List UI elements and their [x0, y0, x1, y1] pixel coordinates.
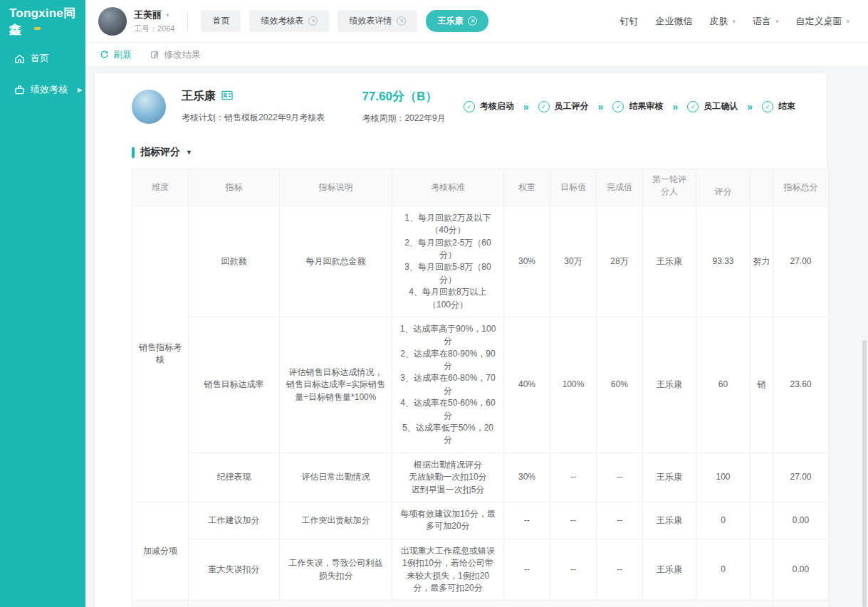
section-title-text: 指标评分: [140, 146, 180, 159]
table-row[interactable]: 纪律表现 评估日常出勤情况 根据出勤情况评分 无故缺勤一次扣10分 迟到早退一次…: [132, 453, 829, 502]
chevron-double-icon: »: [747, 101, 753, 112]
brand-logo[interactable]: Tongxine同鑫: [0, 0, 85, 43]
employee-summary: 王乐康 考核计划：销售模板2022年9月考核表 77.60分（B） 考核周期：2…: [132, 88, 824, 125]
tab-label: 王乐康: [437, 15, 463, 27]
id-card-icon[interactable]: [221, 90, 233, 103]
edit-icon: [150, 50, 160, 59]
grand-total-value: 77.60: [773, 601, 829, 607]
cell-description: 评估日常出勤情况: [280, 453, 392, 502]
tab-form-details[interactable]: 绩效表详情 ✕: [338, 10, 417, 32]
content-area: 王乐康 考核计划：销售模板2022年9月考核表 77.60分（B） 考核周期：2…: [85, 67, 868, 607]
tab-label: 首页: [212, 15, 229, 27]
link-label: 企业微信: [655, 15, 692, 28]
link-skin[interactable]: 皮肤▾: [709, 15, 736, 28]
link-label: 自定义桌面: [795, 15, 842, 28]
section-indicator-scoring[interactable]: 指标评分 ▼: [132, 146, 824, 159]
cell-description: 评估销售目标达成情况，销售目标达成率=实际销售量÷目标销售量*100%: [280, 317, 392, 453]
modify-result-label: 修改结果: [164, 48, 201, 61]
col-completion: 完成值: [597, 169, 643, 206]
refresh-label: 刷新: [113, 48, 132, 61]
modify-result-button[interactable]: 修改结果: [150, 48, 201, 61]
user-avatar[interactable]: [98, 7, 127, 36]
chevron-double-icon: »: [672, 101, 678, 112]
table-total-row: 总分 77.60: [132, 601, 829, 607]
step-employee-confirm: ✓ 员工确认: [687, 100, 738, 112]
workflow-steps: ✓ 考核启动 » ✓ 员工评分 » ✓ 结果审核 »: [464, 100, 795, 112]
table-row[interactable]: 加减分项 工作建议加分 工作突出贡献加分 每项有效建议加10分，最多可加20分 …: [132, 502, 829, 539]
sidebar-item-home[interactable]: 首页: [0, 43, 85, 74]
cell-total: 27.00: [773, 453, 829, 502]
cell-total: 23.60: [773, 317, 829, 453]
cell-target: 100%: [550, 317, 597, 453]
cell-comment-clipped: [751, 453, 773, 502]
criteria-line: 2、达成率在80-90%，90分: [399, 348, 496, 373]
cell-completion: 28万: [597, 206, 643, 317]
caret-down-icon: ▾: [846, 18, 849, 25]
tab-label: 绩效考核表: [261, 15, 303, 27]
scoring-table-container: 维度 指标 指标说明 考核标准 权重 目标值 完成值 第一轮评分人 评分 指标: [132, 169, 828, 607]
check-circle-icon: ✓: [612, 101, 624, 112]
link-wecom[interactable]: 企业微信: [655, 15, 692, 28]
vertical-scrollbar-thumb[interactable]: [862, 340, 867, 607]
criteria-line: 2、每月回款2-5万（60分）: [399, 237, 496, 262]
refresh-icon: [100, 50, 109, 59]
sidebar: Tongxine同鑫 首页 绩效考核 ▶: [0, 0, 85, 607]
check-circle-icon: ✓: [464, 101, 475, 112]
main-area: 王美丽 ▾ 工号：2064 首页 绩效考核表 ✕ 绩效表详情 ✕: [85, 0, 868, 607]
step-label: 员工评分: [555, 100, 589, 112]
cell-criteria: 根据出勤情况评分 无故缺勤一次扣10分 迟到早退一次扣5分: [392, 453, 504, 502]
link-label: 钉钉: [619, 15, 638, 28]
section-accent-bar: [132, 147, 135, 158]
cell-comment-clipped: [751, 502, 773, 539]
cell-target: --: [550, 539, 597, 601]
cell-score: 60: [696, 317, 751, 453]
total-spacer: [189, 601, 773, 607]
link-dingtalk[interactable]: 钉钉: [619, 15, 638, 28]
step-result-review: ✓ 结果审核: [612, 100, 663, 112]
user-info[interactable]: 王美丽 ▾ 工号：2064: [134, 9, 174, 34]
cell-score: 93.33: [696, 206, 751, 317]
cell-indicator: 纪律表现: [189, 453, 280, 502]
cell-completion: --: [597, 502, 643, 539]
cell-comment-clipped: 努力: [751, 206, 773, 317]
cell-target: 30万: [550, 206, 597, 317]
caret-down-icon[interactable]: ▼: [186, 149, 192, 156]
tab-home[interactable]: 首页: [201, 10, 241, 32]
criteria-line: 4、每月回款8万以上（100分）: [399, 286, 496, 311]
chevron-double-icon: »: [598, 101, 604, 112]
table-row[interactable]: 重大失误扣分 工作失误，导致公司利益损失扣分 出现重大工作疏忽或错误1例扣10分…: [132, 539, 829, 601]
cell-weight: --: [504, 502, 550, 539]
sidebar-item-performance[interactable]: 绩效考核 ▶: [0, 74, 85, 105]
cell-target: --: [550, 502, 597, 539]
col-first-round-scorer: 第一轮评分人: [643, 169, 696, 206]
criteria-line: 每项有效建议加10分，最多可加20分: [399, 508, 496, 533]
table-row[interactable]: 销售指标考核 回款额 每月回款总金额 1、每月回款2万及以下（40分） 2、每月…: [132, 206, 829, 317]
caret-down-icon: ▾: [732, 18, 736, 25]
refresh-button[interactable]: 刷新: [100, 48, 132, 61]
criteria-line: 迟到早退一次扣5分: [399, 484, 496, 496]
chevron-double-icon: »: [523, 101, 529, 112]
tab-performance-forms[interactable]: 绩效考核表 ✕: [249, 10, 329, 32]
cell-weight: 30%: [504, 453, 550, 502]
cell-indicator: 工作建议加分: [189, 502, 280, 539]
criteria-line: 5、达成率低于50%，20分: [399, 422, 496, 447]
col-comment-clipped: [751, 169, 773, 206]
link-language[interactable]: 语言▾: [753, 15, 779, 28]
close-icon[interactable]: ✕: [397, 16, 406, 26]
cell-criteria: 1、每月回款2万及以下（40分） 2、每月回款2-5万（60分） 3、每月回款5…: [392, 206, 504, 317]
col-indicator: 指标: [189, 169, 280, 206]
cell-score: 0: [696, 539, 751, 601]
table-row[interactable]: 销售目标达成率 评估销售目标达成情况，销售目标达成率=实际销售量÷目标销售量*1…: [132, 317, 829, 453]
close-icon[interactable]: ✕: [468, 16, 477, 26]
cell-score: 100: [696, 453, 751, 502]
cell-completion: --: [597, 453, 643, 502]
brand-logo-text: Tongxine同鑫: [9, 5, 85, 38]
close-icon[interactable]: ✕: [308, 16, 318, 26]
check-circle-icon: ✓: [538, 101, 550, 112]
tab-employee-wanglekang[interactable]: 王乐康 ✕: [426, 10, 488, 32]
link-custom-desktop[interactable]: 自定义桌面▾: [795, 15, 849, 28]
step-label: 考核启动: [480, 100, 514, 112]
user-name: 王美丽: [134, 9, 162, 21]
sidebar-item-label: 首页: [31, 52, 49, 65]
col-weight: 权重: [504, 169, 550, 206]
